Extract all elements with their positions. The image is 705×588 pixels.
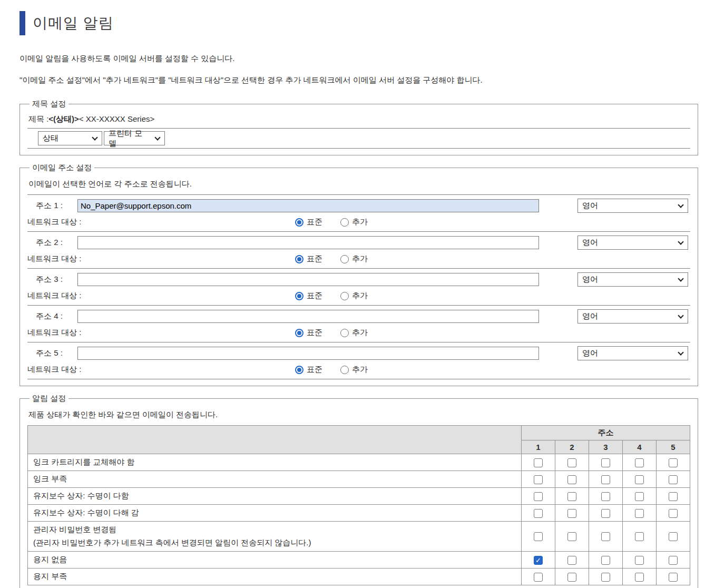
address-label: 주소 1 : — [27, 201, 77, 211]
language-select[interactable]: 영어 — [577, 272, 688, 287]
additional-radio[interactable] — [340, 366, 349, 374]
subject-model-select[interactable]: 프린터 모델 — [104, 131, 165, 145]
language-select[interactable]: 영어 — [577, 346, 688, 360]
notify-checkbox[interactable] — [635, 475, 644, 484]
chevron-down-icon — [92, 134, 97, 140]
notification-table: 주소 1 2 3 4 5 잉크 카트리지를 교체해야 함 — [27, 425, 690, 585]
language-select-value: 영어 — [582, 275, 598, 285]
address-column-header-5: 5 — [656, 440, 690, 454]
notify-checkbox[interactable] — [635, 509, 644, 518]
notify-checkbox[interactable] — [534, 509, 543, 518]
notify-checkbox[interactable] — [669, 532, 678, 541]
notify-checkbox[interactable] — [635, 492, 644, 501]
notify-checkbox[interactable] — [601, 556, 610, 565]
notify-checkbox[interactable] — [635, 458, 644, 467]
notify-checkbox[interactable] — [669, 556, 678, 565]
notify-checkbox[interactable] — [567, 509, 576, 518]
notify-checkbox[interactable] — [669, 509, 678, 518]
table-row-label: 용지 없음 — [28, 552, 522, 569]
table-row-label-line1: 관리자 비밀번호 변경됨 — [33, 525, 516, 535]
notify-checkbox[interactable] — [567, 573, 576, 582]
table-row-label: 용지 부족 — [28, 569, 522, 585]
notify-checkbox[interactable] — [534, 458, 543, 467]
standard-radio-label: 표준 — [307, 291, 322, 301]
notify-checkbox[interactable] — [601, 492, 610, 501]
subject-model-select-value: 프린터 모델 — [109, 129, 150, 149]
additional-radio[interactable] — [340, 329, 349, 337]
email-address-settings-legend: 이메일 주소 설정 — [30, 163, 94, 173]
language-select[interactable]: 영어 — [577, 199, 688, 213]
standard-radio[interactable] — [295, 366, 303, 374]
address-label: 주소 5 : — [27, 348, 77, 358]
table-row: 잉크 부족 — [28, 471, 690, 488]
address-group-3: 주소 3 : 영어 네트워크 대상 : 표준 추가 — [27, 269, 690, 306]
table-row-label: 유지보수 상자: 수명이 다해 감 — [28, 505, 522, 522]
email-address-description: 이메일이 선택한 언어로 각 주소로 전송됩니다. — [28, 179, 690, 189]
notify-checkbox[interactable] — [534, 475, 543, 484]
email-notification-page: 이메일 알림 이메일 알림을 사용하도록 이메일 서버를 설정할 수 있습니다.… — [0, 0, 705, 588]
additional-radio[interactable] — [340, 292, 349, 300]
address-input[interactable] — [77, 199, 539, 212]
network-target-label: 네트워크 대상 : — [27, 254, 295, 264]
language-select[interactable]: 영어 — [577, 309, 688, 324]
notify-checkbox[interactable] — [669, 492, 678, 501]
table-row: 용지 없음 — [28, 552, 690, 569]
intro-line-2: "이메일 주소 설정"에서 "추가 네트워크"를 "네트워크 대상"으로 선택한… — [19, 75, 698, 85]
notify-checkbox[interactable] — [601, 475, 610, 484]
notify-checkbox[interactable] — [601, 532, 610, 541]
address-input[interactable] — [77, 236, 539, 249]
language-select-value: 영어 — [582, 238, 598, 248]
address-list: 주소 1 : 영어 네트워크 대상 : 표준 추가 — [27, 194, 690, 379]
notify-checkbox[interactable] — [567, 475, 576, 484]
notify-checkbox[interactable] — [669, 573, 678, 582]
standard-radio-label: 표준 — [307, 328, 322, 338]
subject-status-select-value: 상태 — [43, 133, 58, 143]
notify-checkbox[interactable] — [635, 573, 644, 582]
address-input[interactable] — [77, 273, 539, 286]
table-row-label: 유지보수 상자: 수명이 다함 — [28, 488, 522, 505]
subject-model-token: < XX-XXXXX Series> — [79, 114, 154, 123]
address-input[interactable] — [77, 347, 539, 360]
address-column-header-4: 4 — [622, 440, 656, 454]
notify-checkbox[interactable] — [567, 492, 576, 501]
additional-radio[interactable] — [340, 255, 349, 263]
standard-radio[interactable] — [295, 292, 303, 300]
notify-checkbox[interactable] — [534, 556, 543, 565]
notify-checkbox[interactable] — [601, 509, 610, 518]
address-label: 주소 4 : — [27, 311, 77, 321]
subject-preview: 제목 :<(상태)>< XX-XXXXX Series> — [27, 111, 690, 128]
notify-checkbox[interactable] — [635, 556, 644, 565]
language-select[interactable]: 영어 — [577, 236, 688, 250]
notification-settings-fieldset: 알림 설정 제품 상태가 확인한 바와 같으면 이메일이 전송됩니다. 주소 1… — [19, 394, 698, 588]
chevron-down-icon — [678, 312, 683, 318]
standard-radio[interactable] — [295, 255, 303, 263]
notify-checkbox[interactable] — [635, 532, 644, 541]
notify-checkbox[interactable] — [567, 532, 576, 541]
notify-checkbox[interactable] — [567, 458, 576, 467]
accent-bar — [19, 11, 25, 35]
additional-radio-label: 추가 — [352, 217, 368, 227]
notification-description: 제품 상태가 확인한 바와 같으면 이메일이 전송됩니다. — [28, 410, 690, 420]
notify-checkbox[interactable] — [669, 458, 678, 467]
notify-checkbox[interactable] — [534, 573, 543, 582]
address-label: 주소 2 : — [27, 238, 77, 248]
address-input[interactable] — [77, 310, 539, 323]
page-header: 이메일 알림 — [19, 11, 698, 36]
notify-checkbox[interactable] — [534, 532, 543, 541]
network-target-label: 네트워크 대상 : — [27, 217, 295, 227]
notify-checkbox[interactable] — [567, 556, 576, 565]
subject-settings-fieldset: 제목 설정 제목 :<(상태)>< XX-XXXXX Series> 상태 프린… — [19, 99, 698, 155]
additional-radio[interactable] — [340, 218, 349, 227]
subject-status-select[interactable]: 상태 — [38, 131, 102, 145]
notify-checkbox[interactable] — [669, 475, 678, 484]
table-row: 관리자 비밀번호 변경됨 (관리자 비밀번호가 추가 네트워크 측에서 변경되면… — [28, 522, 690, 552]
subject-select-row: 상태 프린터 모델 — [27, 128, 690, 149]
standard-radio[interactable] — [295, 329, 303, 337]
address-label: 주소 3 : — [27, 275, 77, 285]
notify-checkbox[interactable] — [601, 458, 610, 467]
address-group-5: 주소 5 : 영어 네트워크 대상 : 표준 추가 — [27, 342, 690, 379]
standard-radio[interactable] — [295, 218, 303, 227]
page-title: 이메일 알림 — [33, 13, 114, 33]
notify-checkbox[interactable] — [601, 573, 610, 582]
notify-checkbox[interactable] — [534, 492, 543, 501]
